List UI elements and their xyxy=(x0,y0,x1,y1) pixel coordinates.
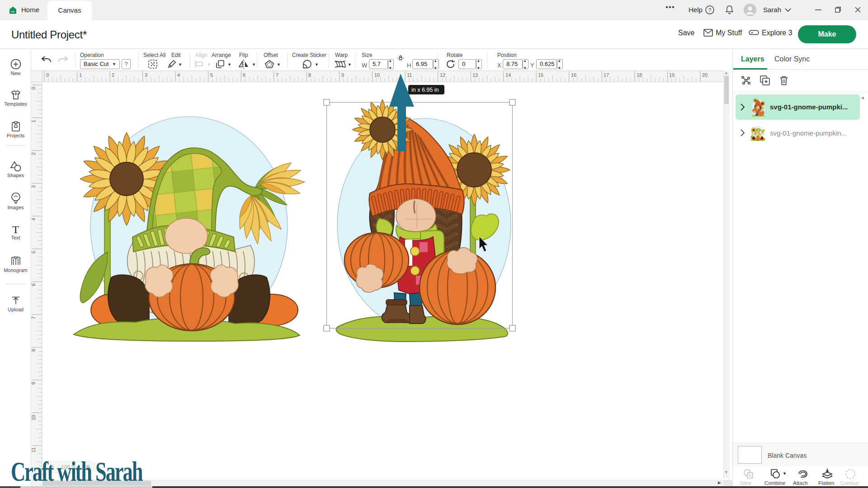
svg-text:?: ? xyxy=(708,7,711,13)
